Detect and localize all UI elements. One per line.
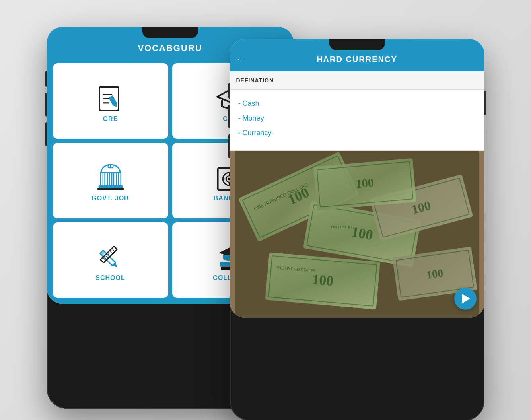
- svg-text:100: 100: [426, 266, 444, 281]
- document-edit-icon: [95, 84, 126, 115]
- phones-container: VOCABGURU GRE: [47, 15, 484, 405]
- notch-1: [142, 27, 198, 38]
- play-icon: [462, 294, 470, 303]
- svg-rect-15: [98, 185, 123, 188]
- school-label: SCHOOL: [95, 274, 125, 282]
- volume-down-button-2[interactable]: [228, 105, 230, 128]
- app-title: VOCABGURU: [138, 43, 202, 53]
- definition-item-3: - Currancy: [238, 128, 476, 138]
- pencil-ruler-icon: [95, 243, 126, 274]
- definition-section: DEFINATION: [230, 71, 484, 90]
- play-button[interactable]: [454, 288, 477, 310]
- silent-switch[interactable]: [45, 122, 47, 146]
- definition-label: DEFINATION: [236, 77, 274, 84]
- svg-text:100: 100: [355, 176, 374, 191]
- svg-rect-12: [109, 173, 111, 185]
- svg-line-30: [113, 249, 114, 251]
- money-svg: 100 ONE HUNDRED DOLLARS 100: [230, 151, 484, 318]
- phone-2: ← HARD CURRENCY DEFINATION - Cash - Mone…: [230, 39, 484, 420]
- government-icon: [95, 163, 126, 195]
- back-button[interactable]: ←: [236, 54, 245, 65]
- definition-item-1: - Cash: [238, 98, 476, 109]
- category-card-school[interactable]: SCHOOL: [53, 222, 168, 298]
- notch-2: [329, 39, 385, 50]
- definition-list: - Cash - Money - Currancy: [230, 90, 484, 151]
- svg-text:100: 100: [311, 271, 334, 289]
- detail-title: HARD CURRENCY: [238, 55, 477, 64]
- svg-rect-16: [97, 188, 124, 190]
- svg-rect-11: [105, 173, 107, 185]
- svg-rect-10: [100, 173, 103, 185]
- category-card-govt-job[interactable]: GOVT. JOB: [53, 143, 168, 218]
- volume-down-button[interactable]: [45, 93, 47, 117]
- money-image: 100 ONE HUNDRED DOLLARS 100: [230, 151, 484, 318]
- volume-up-button[interactable]: [45, 71, 47, 87]
- category-card-gre[interactable]: GRE: [53, 63, 168, 139]
- definition-item-2: - Money: [238, 113, 476, 124]
- svg-rect-13: [114, 173, 116, 185]
- volume-up-button-2[interactable]: [228, 83, 230, 99]
- money-bg: 100 ONE HUNDRED DOLLARS 100: [230, 151, 484, 318]
- govt-job-label: GOVT. JOB: [91, 195, 129, 202]
- power-button-2[interactable]: [484, 91, 486, 115]
- svg-line-31: [110, 251, 112, 253]
- gre-label: GRE: [103, 115, 118, 122]
- svg-rect-14: [118, 173, 121, 185]
- svg-line-33: [106, 256, 108, 258]
- svg-marker-27: [112, 262, 119, 269]
- svg-text:FK51199 K11: FK51199 K11: [331, 225, 355, 229]
- phone-2-screen: ← HARD CURRENCY DEFINATION - Cash - Mone…: [230, 39, 484, 318]
